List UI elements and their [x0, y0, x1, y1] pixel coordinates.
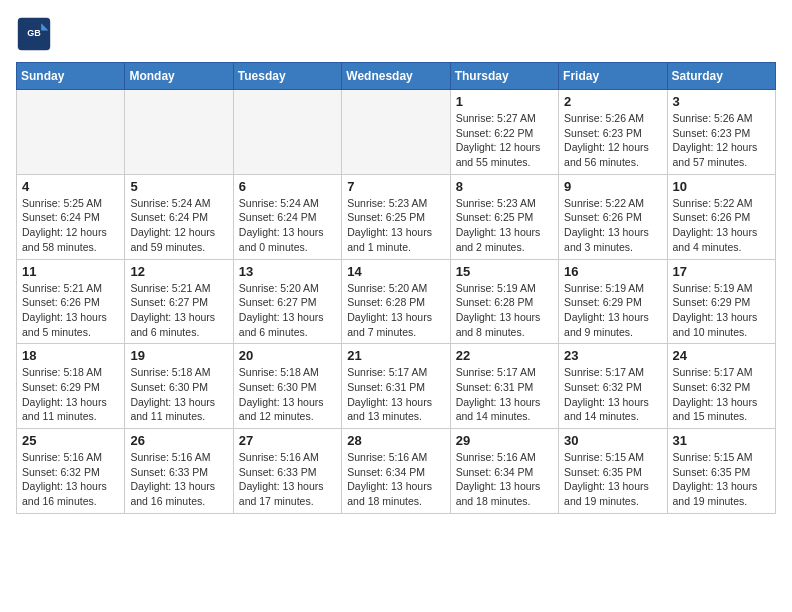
svg-text:GB: GB	[27, 28, 41, 38]
calendar-week-5: 25Sunrise: 5:16 AMSunset: 6:32 PMDayligh…	[17, 429, 776, 514]
day-number: 6	[239, 179, 336, 194]
calendar-cell: 4Sunrise: 5:25 AMSunset: 6:24 PMDaylight…	[17, 174, 125, 259]
day-number: 30	[564, 433, 661, 448]
calendar-cell: 13Sunrise: 5:20 AMSunset: 6:27 PMDayligh…	[233, 259, 341, 344]
day-info: Sunrise: 5:16 AMSunset: 6:33 PMDaylight:…	[130, 450, 227, 509]
calendar-cell: 22Sunrise: 5:17 AMSunset: 6:31 PMDayligh…	[450, 344, 558, 429]
day-number: 25	[22, 433, 119, 448]
calendar-cell: 12Sunrise: 5:21 AMSunset: 6:27 PMDayligh…	[125, 259, 233, 344]
day-number: 23	[564, 348, 661, 363]
day-number: 28	[347, 433, 444, 448]
day-info: Sunrise: 5:22 AMSunset: 6:26 PMDaylight:…	[564, 196, 661, 255]
day-number: 26	[130, 433, 227, 448]
day-info: Sunrise: 5:17 AMSunset: 6:32 PMDaylight:…	[673, 365, 770, 424]
calendar-cell: 3Sunrise: 5:26 AMSunset: 6:23 PMDaylight…	[667, 90, 775, 175]
day-info: Sunrise: 5:19 AMSunset: 6:29 PMDaylight:…	[673, 281, 770, 340]
day-number: 22	[456, 348, 553, 363]
day-info: Sunrise: 5:18 AMSunset: 6:29 PMDaylight:…	[22, 365, 119, 424]
calendar-cell: 10Sunrise: 5:22 AMSunset: 6:26 PMDayligh…	[667, 174, 775, 259]
logo-icon: GB	[16, 16, 52, 52]
calendar-cell: 5Sunrise: 5:24 AMSunset: 6:24 PMDaylight…	[125, 174, 233, 259]
day-info: Sunrise: 5:16 AMSunset: 6:34 PMDaylight:…	[347, 450, 444, 509]
calendar-cell: 11Sunrise: 5:21 AMSunset: 6:26 PMDayligh…	[17, 259, 125, 344]
day-info: Sunrise: 5:25 AMSunset: 6:24 PMDaylight:…	[22, 196, 119, 255]
day-info: Sunrise: 5:21 AMSunset: 6:27 PMDaylight:…	[130, 281, 227, 340]
weekday-header-thursday: Thursday	[450, 63, 558, 90]
day-info: Sunrise: 5:18 AMSunset: 6:30 PMDaylight:…	[239, 365, 336, 424]
calendar-cell: 24Sunrise: 5:17 AMSunset: 6:32 PMDayligh…	[667, 344, 775, 429]
logo: GB	[16, 16, 58, 52]
calendar-cell: 23Sunrise: 5:17 AMSunset: 6:32 PMDayligh…	[559, 344, 667, 429]
day-number: 17	[673, 264, 770, 279]
day-info: Sunrise: 5:18 AMSunset: 6:30 PMDaylight:…	[130, 365, 227, 424]
calendar-cell: 7Sunrise: 5:23 AMSunset: 6:25 PMDaylight…	[342, 174, 450, 259]
day-number: 2	[564, 94, 661, 109]
calendar-cell: 30Sunrise: 5:15 AMSunset: 6:35 PMDayligh…	[559, 429, 667, 514]
calendar-cell	[17, 90, 125, 175]
weekday-header-monday: Monday	[125, 63, 233, 90]
weekday-header-row: SundayMondayTuesdayWednesdayThursdayFrid…	[17, 63, 776, 90]
day-number: 19	[130, 348, 227, 363]
calendar-body: 1Sunrise: 5:27 AMSunset: 6:22 PMDaylight…	[17, 90, 776, 514]
day-number: 15	[456, 264, 553, 279]
day-number: 18	[22, 348, 119, 363]
calendar-week-2: 4Sunrise: 5:25 AMSunset: 6:24 PMDaylight…	[17, 174, 776, 259]
calendar-cell	[125, 90, 233, 175]
day-number: 4	[22, 179, 119, 194]
calendar-cell: 16Sunrise: 5:19 AMSunset: 6:29 PMDayligh…	[559, 259, 667, 344]
day-info: Sunrise: 5:21 AMSunset: 6:26 PMDaylight:…	[22, 281, 119, 340]
day-info: Sunrise: 5:16 AMSunset: 6:32 PMDaylight:…	[22, 450, 119, 509]
day-number: 9	[564, 179, 661, 194]
page-header: GB	[16, 16, 776, 52]
day-info: Sunrise: 5:20 AMSunset: 6:28 PMDaylight:…	[347, 281, 444, 340]
day-info: Sunrise: 5:15 AMSunset: 6:35 PMDaylight:…	[673, 450, 770, 509]
weekday-header-friday: Friday	[559, 63, 667, 90]
day-number: 11	[22, 264, 119, 279]
day-info: Sunrise: 5:17 AMSunset: 6:32 PMDaylight:…	[564, 365, 661, 424]
day-info: Sunrise: 5:22 AMSunset: 6:26 PMDaylight:…	[673, 196, 770, 255]
calendar-cell: 15Sunrise: 5:19 AMSunset: 6:28 PMDayligh…	[450, 259, 558, 344]
day-info: Sunrise: 5:17 AMSunset: 6:31 PMDaylight:…	[456, 365, 553, 424]
calendar-cell: 21Sunrise: 5:17 AMSunset: 6:31 PMDayligh…	[342, 344, 450, 429]
day-info: Sunrise: 5:27 AMSunset: 6:22 PMDaylight:…	[456, 111, 553, 170]
calendar-cell: 17Sunrise: 5:19 AMSunset: 6:29 PMDayligh…	[667, 259, 775, 344]
calendar-cell: 19Sunrise: 5:18 AMSunset: 6:30 PMDayligh…	[125, 344, 233, 429]
calendar-cell: 6Sunrise: 5:24 AMSunset: 6:24 PMDaylight…	[233, 174, 341, 259]
day-number: 20	[239, 348, 336, 363]
day-number: 10	[673, 179, 770, 194]
calendar-cell: 31Sunrise: 5:15 AMSunset: 6:35 PMDayligh…	[667, 429, 775, 514]
day-info: Sunrise: 5:26 AMSunset: 6:23 PMDaylight:…	[564, 111, 661, 170]
day-info: Sunrise: 5:20 AMSunset: 6:27 PMDaylight:…	[239, 281, 336, 340]
day-number: 29	[456, 433, 553, 448]
calendar-week-3: 11Sunrise: 5:21 AMSunset: 6:26 PMDayligh…	[17, 259, 776, 344]
day-number: 31	[673, 433, 770, 448]
calendar-cell: 27Sunrise: 5:16 AMSunset: 6:33 PMDayligh…	[233, 429, 341, 514]
day-info: Sunrise: 5:16 AMSunset: 6:33 PMDaylight:…	[239, 450, 336, 509]
weekday-header-wednesday: Wednesday	[342, 63, 450, 90]
calendar-week-4: 18Sunrise: 5:18 AMSunset: 6:29 PMDayligh…	[17, 344, 776, 429]
weekday-header-tuesday: Tuesday	[233, 63, 341, 90]
weekday-header-sunday: Sunday	[17, 63, 125, 90]
day-info: Sunrise: 5:24 AMSunset: 6:24 PMDaylight:…	[239, 196, 336, 255]
day-number: 5	[130, 179, 227, 194]
day-info: Sunrise: 5:26 AMSunset: 6:23 PMDaylight:…	[673, 111, 770, 170]
calendar-cell: 29Sunrise: 5:16 AMSunset: 6:34 PMDayligh…	[450, 429, 558, 514]
day-info: Sunrise: 5:23 AMSunset: 6:25 PMDaylight:…	[456, 196, 553, 255]
day-info: Sunrise: 5:15 AMSunset: 6:35 PMDaylight:…	[564, 450, 661, 509]
day-number: 13	[239, 264, 336, 279]
calendar-cell: 2Sunrise: 5:26 AMSunset: 6:23 PMDaylight…	[559, 90, 667, 175]
day-number: 12	[130, 264, 227, 279]
calendar-table: SundayMondayTuesdayWednesdayThursdayFrid…	[16, 62, 776, 514]
calendar-cell	[342, 90, 450, 175]
day-number: 8	[456, 179, 553, 194]
day-info: Sunrise: 5:23 AMSunset: 6:25 PMDaylight:…	[347, 196, 444, 255]
calendar-cell	[233, 90, 341, 175]
day-number: 27	[239, 433, 336, 448]
day-number: 16	[564, 264, 661, 279]
day-number: 24	[673, 348, 770, 363]
day-number: 7	[347, 179, 444, 194]
calendar-cell: 20Sunrise: 5:18 AMSunset: 6:30 PMDayligh…	[233, 344, 341, 429]
day-info: Sunrise: 5:16 AMSunset: 6:34 PMDaylight:…	[456, 450, 553, 509]
calendar-cell: 25Sunrise: 5:16 AMSunset: 6:32 PMDayligh…	[17, 429, 125, 514]
calendar-week-1: 1Sunrise: 5:27 AMSunset: 6:22 PMDaylight…	[17, 90, 776, 175]
